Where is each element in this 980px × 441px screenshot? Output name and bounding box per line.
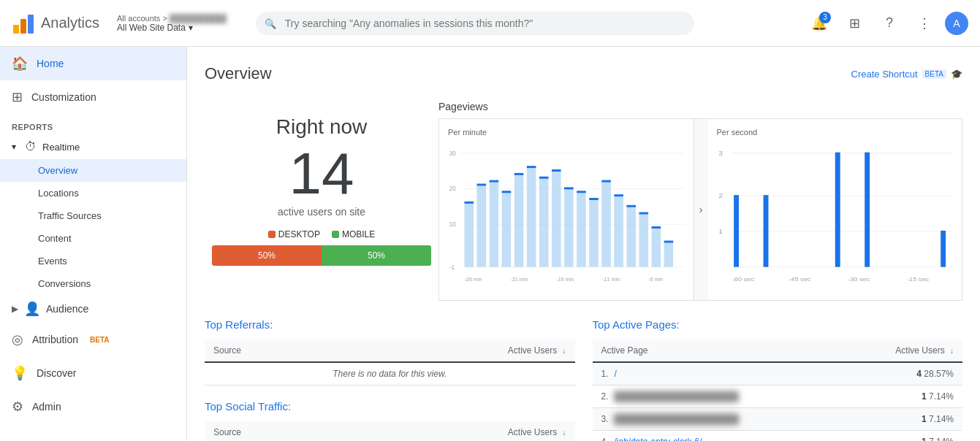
svg-rect-22 (601, 182, 611, 267)
svg-rect-27 (664, 242, 674, 267)
svg-rect-37 (577, 191, 586, 193)
account-id-blurred: ██████████ (170, 14, 227, 23)
sidebar-sub-item-conversions[interactable]: Conversions (0, 272, 186, 295)
conversions-label: Conversions (38, 278, 91, 289)
desktop-legend-dot (268, 231, 276, 238)
reports-section-label: REPORTS (0, 114, 186, 134)
active-user-count: 14 (289, 145, 354, 203)
svg-rect-15 (514, 175, 524, 267)
charts-row: Per minute 30 20 10 -1 (438, 118, 962, 301)
admin-label: Admin (32, 401, 61, 413)
referrals-no-data: There is no data for this view. (205, 362, 575, 386)
create-shortcut-button[interactable]: Create Shortcut BETA 🎓 (851, 69, 962, 80)
active-pages-table: Active Page Active Users ↓ 1./4 28.57%2.… (593, 340, 963, 441)
sidebar-sub-item-events[interactable]: Events (0, 250, 186, 272)
table-row: There is no data for this view. (205, 362, 575, 386)
svg-rect-16 (527, 167, 536, 267)
shortcut-beta-tag: BETA (922, 69, 946, 79)
logo-text: Analytics (41, 15, 99, 31)
dropdown-arrow: ▾ (189, 23, 193, 33)
help-button[interactable]: ? (875, 9, 904, 38)
search-input[interactable] (256, 12, 694, 35)
table-row: 2.████████████████████1 7.14% (593, 386, 963, 408)
chart-divider[interactable]: › (694, 119, 708, 300)
account-name-dropdown[interactable]: All Web Site Data ▾ (117, 23, 227, 33)
page-link[interactable]: / (615, 369, 617, 379)
sidebar-item-realtime[interactable]: ▾ ⏱ Realtime (0, 134, 186, 159)
top-referrals-table: Source Active Users ↓ There is no data f… (205, 340, 575, 386)
svg-text:20: 20 (449, 185, 456, 192)
sidebar-sub-item-content[interactable]: Content (0, 227, 186, 250)
sidebar-item-audience[interactable]: ▶ 👤 Audience (0, 295, 186, 323)
attribution-label: Attribution (32, 334, 78, 345)
svg-rect-57 (734, 195, 739, 266)
active-page-cell: 3.████████████████████ (593, 408, 841, 431)
svg-text:2: 2 (718, 192, 723, 199)
svg-text:-11 min: -11 min (602, 276, 620, 283)
discover-label: Discover (37, 367, 76, 379)
svg-text:3: 3 (718, 149, 723, 156)
sort-icon-referrals: ↓ (563, 347, 566, 355)
svg-rect-39 (601, 180, 611, 183)
svg-rect-11 (464, 203, 474, 267)
active-page-cell: 4./job/data-entry-clerk-6/ (593, 431, 841, 442)
svg-rect-18 (552, 171, 561, 267)
top-social-table: Source Active Users ↓ There is no data f… (205, 421, 575, 441)
top-social-title: Top Social Traffic: (205, 400, 575, 413)
sidebar-item-customization[interactable]: ⊞ Customization (0, 80, 186, 114)
admin-icon: ⚙ (12, 399, 23, 415)
svg-rect-35 (552, 169, 561, 172)
svg-rect-43 (652, 226, 661, 229)
more-options-button[interactable]: ⋮ (910, 9, 939, 38)
sidebar-item-attribution[interactable]: ◎ Attribution BETA (0, 323, 186, 356)
audience-expand-arrow: ▶ (12, 304, 18, 314)
svg-rect-0 (13, 25, 19, 34)
sidebar-sub-item-traffic-sources[interactable]: Traffic Sources (0, 204, 186, 227)
page-link[interactable]: /job/data-entry-clerk-6/ (615, 437, 702, 441)
social-source-header: Source (205, 421, 343, 441)
active-users-label: active users on site (278, 206, 365, 218)
search-icon: 🔍 (265, 18, 276, 28)
events-label: Events (38, 256, 67, 266)
sidebar-item-discover[interactable]: 💡 Discover (0, 356, 186, 390)
tables-row: Top Referrals: Source Active Users ↓ (205, 318, 962, 441)
svg-text:-15 sec: -15 sec (906, 276, 929, 283)
right-now-box: Right now 14 active users on site DESKTO… (205, 101, 438, 301)
svg-rect-44 (664, 241, 674, 243)
audience-icon: 👤 (24, 301, 40, 317)
mobile-bar: 50% (322, 245, 431, 266)
desktop-bar: 50% (212, 245, 322, 266)
sidebar-sub-item-overview[interactable]: Overview (0, 159, 186, 182)
svg-rect-12 (477, 185, 487, 267)
row-number: 3. (601, 414, 609, 424)
svg-rect-19 (564, 188, 574, 266)
header-actions: 🔔 3 ⊞ ? ⋮ A (805, 9, 968, 38)
apps-button[interactable]: ⊞ (840, 9, 869, 38)
discover-icon: 💡 (12, 365, 28, 381)
table-row: 3.████████████████████1 7.14% (593, 408, 963, 431)
avatar[interactable]: A (945, 12, 968, 35)
svg-rect-25 (639, 214, 648, 267)
svg-rect-60 (865, 153, 870, 267)
referrals-users-label: Active Users (508, 345, 557, 356)
content-label: Content (38, 233, 72, 244)
svg-rect-29 (477, 184, 487, 186)
account-breadcrumb: All accounts > ██████████ (117, 14, 227, 23)
overview-label: Overview (38, 165, 77, 176)
row-number: 4. (601, 437, 609, 441)
svg-rect-26 (652, 228, 661, 267)
sort-icon-social: ↓ (563, 429, 566, 437)
svg-rect-14 (502, 192, 512, 266)
active-users-cell: 4 28.57% (841, 362, 962, 386)
sidebar-item-home[interactable]: 🏠 Home (0, 47, 186, 80)
svg-text:30: 30 (449, 149, 456, 156)
top-active-pages-title: Top Active Pages: (593, 318, 963, 331)
sidebar-sub-item-locations[interactable]: Locations (0, 182, 186, 204)
per-second-label: Per second (717, 128, 954, 137)
sidebar-item-admin[interactable]: ⚙ Admin (0, 390, 186, 423)
main-layout: 🏠 Home ⊞ Customization REPORTS ▾ ⏱ Realt… (0, 47, 980, 441)
header: Analytics All accounts > ██████████ All … (0, 0, 980, 47)
svg-rect-1 (20, 19, 26, 34)
active-users-header: Active Users ↓ (841, 340, 962, 362)
notifications-button[interactable]: 🔔 3 (805, 9, 834, 38)
